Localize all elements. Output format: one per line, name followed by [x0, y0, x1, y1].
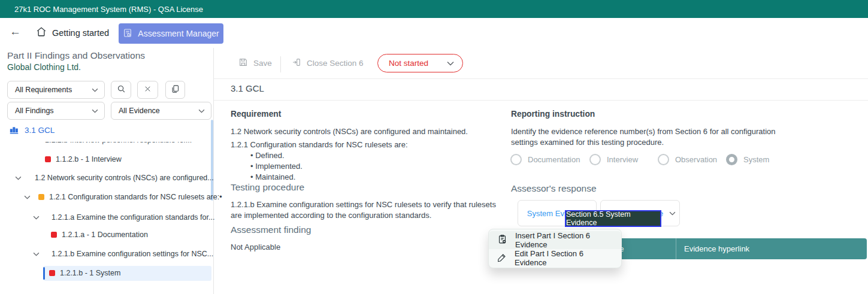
requirement-heading: Requirement — [231, 110, 281, 119]
tree-item-clipped-label: 1.1.2.b Interview personnel responsible … — [45, 136, 192, 144]
menu-item-label: Insert Part I Section 6 Evidence — [515, 231, 613, 249]
tree-item-label: 1.2 Network security controls (NSCs) are… — [35, 174, 214, 182]
close-section-button[interactable]: Close Section 6 — [292, 57, 364, 69]
tree-item-label: 1.2.1 Configuration standards for NSC ru… — [49, 193, 222, 201]
save-label: Save — [253, 59, 272, 68]
findings-filter-value: All Findings — [15, 107, 54, 115]
home-icon — [36, 26, 47, 39]
tree-item-121b[interactable]: 1.2.1.b Examine configuration settings f… — [33, 250, 213, 258]
chevron-down-icon — [198, 109, 205, 113]
red-status-square — [45, 156, 51, 162]
radio-documentation[interactable]: Documentation — [510, 154, 580, 165]
requirements-filter-value: All Requirements — [15, 86, 72, 94]
sidebar-scrollbar[interactable] — [211, 120, 213, 201]
toolbar-bottom-border — [214, 78, 868, 79]
chevron-down-icon[interactable] — [15, 176, 22, 180]
radio-circle-icon — [658, 154, 669, 165]
radio-circle-icon — [589, 154, 601, 165]
menu-item-insert-evidence[interactable]: Insert Part I Section 6 Evidence — [489, 231, 621, 249]
evidence-table-header: Response Evidence hyperlink — [581, 238, 867, 259]
chevron-down-icon[interactable] — [33, 252, 40, 256]
radio-system-selected[interactable]: System — [726, 154, 769, 165]
tree-item-label: 1.2.1.b Examine configuration settings f… — [52, 250, 213, 258]
tree-item-label: 1.1.2.b - 1 Interview — [56, 155, 122, 163]
chevron-down-icon — [447, 61, 454, 66]
radio-label: Interview — [607, 155, 638, 164]
window-titlebar: 27k1 ROC Management System (RMS) - QSA L… — [0, 0, 868, 18]
tree-root-label: 3.1 GCL — [25, 126, 55, 135]
status-dropdown[interactable]: Not started — [377, 54, 463, 72]
requirement-bullet: • Implemented. — [250, 161, 303, 172]
save-icon — [238, 57, 248, 69]
close-section-label: Close Section 6 — [307, 59, 364, 68]
menu-item-label: Edit Part I Section 6 Evidence — [515, 249, 613, 267]
save-button[interactable]: Save — [238, 57, 272, 69]
status-value: Not started — [389, 59, 428, 68]
window-title: 27k1 ROC Management System (RMS) - QSA L… — [14, 5, 203, 14]
tree-item-label: 1.2.1.a - 1 Documentation — [62, 231, 148, 239]
menu-item-edit-evidence[interactable]: Edit Part I Section 6 Evidence — [489, 249, 621, 267]
section-title-border — [214, 100, 868, 101]
radio-observation[interactable]: Observation — [658, 154, 717, 165]
assessors-response-heading: Assessor's response — [511, 183, 597, 194]
requirements-filter-select[interactable]: All Requirements — [7, 81, 105, 99]
radio-circle-selected-icon — [726, 154, 737, 165]
copy-icon — [171, 84, 180, 95]
search-button[interactable] — [111, 81, 131, 99]
requirement-bullet: • Maintained. — [250, 172, 303, 183]
nav-getting-started[interactable]: Getting started — [36, 26, 109, 39]
assessment-manager-icon — [123, 28, 132, 40]
evidence-filter-select[interactable]: All Evidence — [111, 102, 211, 120]
evidence-context-menu: Insert Part I Section 6 Evidence Edit Pa… — [488, 229, 622, 268]
red-status-square — [51, 232, 57, 238]
close-section-icon — [292, 57, 301, 69]
nav-assessment-manager[interactable]: Assessment Manager — [119, 23, 223, 44]
table-column-evidence-hyperlink: Evidence hyperlink — [676, 238, 867, 259]
sidebar-client-name: Global Clothing Ltd. — [7, 62, 81, 72]
tree-item-12-nsc[interactable]: 1.2 Network security controls (NSCs) are… — [15, 174, 214, 182]
clear-search-button[interactable] — [137, 81, 158, 99]
requirement-line1: 1.2 Network security controls (NSCs) are… — [231, 126, 500, 137]
tree-item-121a-documentation[interactable]: 1.2.1.a - 1 Documentation — [51, 231, 148, 239]
tree-item-112b-interview[interactable]: 1.1.2.b - 1 Interview — [45, 155, 122, 163]
close-icon — [144, 85, 152, 95]
radio-label: System — [743, 155, 769, 164]
radio-interview[interactable]: Interview — [589, 154, 638, 165]
tree-item-121a[interactable]: 1.2.1.a Examine the configuration standa… — [33, 213, 214, 222]
pencil-icon — [497, 253, 507, 264]
search-icon — [117, 84, 126, 95]
clipboard-plus-icon — [497, 234, 507, 246]
back-button[interactable]: ← — [10, 25, 21, 38]
tree-item-label: 1.2.1.b - 1 System — [60, 269, 120, 277]
radio-circle-icon — [510, 154, 522, 165]
nav-getting-started-label: Getting started — [52, 28, 109, 38]
assessment-finding-heading: Assessment finding — [231, 225, 311, 235]
evidence-tooltip: Section 6.5 System Evidence — [565, 210, 661, 227]
chevron-down-icon — [92, 109, 98, 113]
requirement-bullets: • Defined. • Implemented. • Maintained. — [250, 150, 303, 183]
chevron-down-icon — [669, 211, 676, 216]
sidebar-title: Part II Findings and Observations — [7, 50, 145, 61]
reporting-instruction-text: Identify the evidence reference number(s… — [511, 126, 787, 148]
section-title: 3.1 GCL — [231, 83, 264, 93]
tree-root-3-1-gcl[interactable]: 3.1 GCL — [8, 124, 55, 137]
requirement-line2: 1.2.1 Configuration standards for NSC ru… — [231, 140, 500, 150]
chevron-down-icon[interactable] — [24, 195, 31, 199]
copy-button[interactable] — [165, 81, 185, 99]
tree-item-121-config[interactable]: 1.2.1 Configuration standards for NSC ru… — [24, 193, 222, 201]
app-window: 27k1 ROC Management System (RMS) - QSA L… — [0, 0, 868, 294]
chevron-down-icon — [92, 88, 98, 92]
radio-label: Documentation — [528, 155, 580, 164]
bar-chart-icon — [8, 124, 20, 137]
findings-filter-select[interactable]: All Findings — [7, 102, 105, 120]
nav-assessment-manager-label: Assessment Manager — [138, 29, 219, 38]
tree-item-121b-system-selected[interactable]: 1.2.1.b - 1 System — [49, 269, 120, 277]
red-status-square — [49, 270, 55, 276]
testing-procedure-heading: Testing procedure — [231, 182, 304, 193]
reporting-instruction-heading: Reporting instruction — [511, 110, 595, 119]
testing-procedure-text: 1.2.1.b Examine configuration settings f… — [231, 199, 497, 221]
assessment-finding-value: Not Applicable — [231, 242, 280, 253]
tree-selected-indicator — [43, 267, 45, 280]
tree-item-clipped[interactable]: 1.1.2.b Interview personnel responsible … — [45, 135, 192, 145]
chevron-down-icon[interactable] — [33, 216, 40, 220]
